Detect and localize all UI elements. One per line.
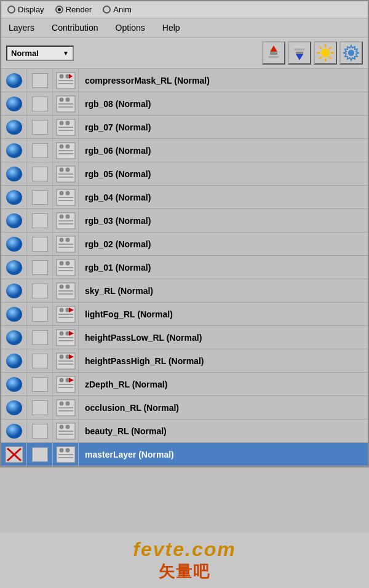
layer-row-master[interactable]: masterLayer (Normal) [1, 443, 368, 466]
layer-render-icon[interactable] [27, 186, 53, 209]
dropdown-arrow-icon: ▼ [63, 50, 69, 57]
layer-visibility-icon[interactable] [1, 209, 27, 232]
menu-layers[interactable]: Layers [6, 22, 37, 34]
layer-settings-icon[interactable] [53, 279, 79, 303]
layer-row[interactable]: rgb_08 (Normal) [1, 92, 368, 116]
layer-visibility-icon[interactable] [1, 69, 27, 92]
layer-render-icon[interactable] [27, 326, 53, 349]
layer-name-label: rgb_03 (Normal) [79, 216, 368, 226]
app-window: Display Render Anim Layers Contribution … [0, 0, 369, 467]
layer-name-label: rgb_08 (Normal) [79, 99, 368, 109]
layer-visibility-icon[interactable] [1, 92, 27, 116]
layer-visibility-icon[interactable] [1, 279, 27, 303]
layer-visibility-icon[interactable] [1, 349, 27, 373]
svg-point-28 [65, 97, 69, 101]
layer-settings-icon[interactable] [53, 162, 79, 186]
layer-row[interactable]: heightPassLow_RL (Normal) [1, 326, 368, 349]
layer-render-icon[interactable] [27, 303, 53, 326]
sun-button[interactable] [314, 41, 337, 65]
layer-render-icon[interactable] [27, 396, 53, 419]
layer-row[interactable]: compressorMask_RL (Normal) [1, 69, 368, 92]
layer-settings-icon[interactable] [53, 396, 79, 419]
layer-row[interactable]: rgb_02 (Normal) [1, 232, 368, 256]
layer-visibility-icon[interactable] [1, 186, 27, 209]
layer-visibility-icon[interactable] [1, 139, 27, 162]
layer-settings-icon[interactable] [53, 69, 79, 92]
layer-row[interactable]: rgb_01 (Normal) [1, 256, 368, 279]
svg-point-81 [59, 308, 63, 312]
layer-settings-icon[interactable] [53, 116, 79, 139]
layer-render-icon[interactable] [27, 256, 53, 279]
move-down-button[interactable] [288, 41, 311, 65]
radio-anim[interactable]: Anim [103, 5, 132, 14]
radio-anim-label: Anim [113, 5, 132, 14]
layer-settings-icon[interactable] [53, 232, 79, 256]
layer-settings-icon[interactable] [53, 256, 79, 279]
layer-row[interactable]: occlusion_RL (Normal) [1, 396, 368, 419]
layer-settings-icon[interactable] [53, 186, 79, 209]
layer-render-icon[interactable] [27, 349, 53, 373]
menu-help[interactable]: Help [160, 22, 183, 34]
layer-render-icon[interactable] [27, 69, 53, 92]
layer-settings-icon[interactable] [53, 349, 79, 373]
layer-settings-icon[interactable] [53, 303, 79, 326]
layer-settings-icon[interactable] [53, 209, 79, 232]
layer-render-icon-master[interactable] [27, 443, 53, 466]
layer-visibility-icon[interactable] [1, 326, 27, 349]
layer-row[interactable]: beauty_RL (Normal) [1, 419, 368, 443]
layer-render-icon[interactable] [27, 209, 53, 232]
layer-settings-icon[interactable] [53, 419, 79, 443]
layer-row[interactable]: sky_RL (Normal) [1, 279, 368, 303]
move-up-button[interactable] [262, 41, 285, 65]
layer-visibility-icon[interactable] [1, 162, 27, 186]
layer-visibility-icon[interactable] [1, 396, 27, 419]
layer-visibility-icon[interactable] [1, 419, 27, 443]
menu-contribution[interactable]: Contribution [49, 22, 101, 34]
svg-point-120 [65, 448, 69, 452]
layer-settings-icon[interactable] [53, 139, 79, 162]
layer-row[interactable]: rgb_03 (Normal) [1, 209, 368, 232]
layer-row[interactable]: rgb_04 (Normal) [1, 186, 368, 209]
layer-row[interactable]: rgb_07 (Normal) [1, 116, 368, 139]
layer-row[interactable]: zDepth_RL (Normal) [1, 373, 368, 396]
layer-visibility-icon[interactable] [1, 256, 27, 279]
svg-point-52 [65, 191, 69, 195]
svg-point-97 [6, 377, 22, 392]
svg-rect-4 [293, 46, 306, 47]
layer-settings-icon[interactable] [53, 373, 79, 396]
layer-visibility-icon[interactable] [1, 303, 27, 326]
layer-row[interactable]: lightFog_RL (Normal) [1, 303, 368, 326]
sun-icon [315, 43, 335, 63]
layer-render-icon[interactable] [27, 116, 53, 139]
layer-row[interactable]: rgb_06 (Normal) [1, 139, 368, 162]
layer-settings-icon[interactable] [53, 326, 79, 349]
layer-render-icon[interactable] [27, 92, 53, 116]
svg-point-45 [59, 167, 63, 172]
watermark: fevte.com 矢量吧 [0, 533, 369, 588]
layer-render-icon[interactable] [27, 373, 53, 396]
svg-point-70 [65, 261, 69, 265]
layer-row[interactable]: heightPassHigh_RL (Normal) [1, 349, 368, 373]
layer-visibility-icon[interactable] [1, 373, 27, 396]
svg-point-61 [6, 237, 22, 252]
layer-settings-icon[interactable] [53, 92, 79, 116]
layer-visibility-icon[interactable] [1, 116, 27, 139]
blend-mode-dropdown[interactable]: Normal ▼ [6, 46, 74, 61]
gear-button[interactable] [339, 41, 363, 65]
layer-visibility-icon-master[interactable] [1, 443, 27, 466]
radio-display[interactable]: Display [7, 5, 44, 14]
layer-render-icon[interactable] [27, 232, 53, 256]
svg-point-85 [6, 330, 22, 345]
layer-render-icon[interactable] [27, 279, 53, 303]
layer-settings-icon-master[interactable] [53, 443, 79, 466]
radio-render[interactable]: Render [55, 5, 92, 14]
layer-render-icon[interactable] [27, 419, 53, 443]
layer-render-icon[interactable] [27, 139, 53, 162]
svg-point-49 [6, 190, 22, 205]
layer-name-label: rgb_02 (Normal) [79, 239, 368, 249]
master-x-icon [5, 446, 23, 463]
layer-row[interactable]: rgb_05 (Normal) [1, 162, 368, 186]
layer-visibility-icon[interactable] [1, 232, 27, 256]
layer-render-icon[interactable] [27, 162, 53, 186]
menu-options[interactable]: Options [113, 22, 148, 34]
